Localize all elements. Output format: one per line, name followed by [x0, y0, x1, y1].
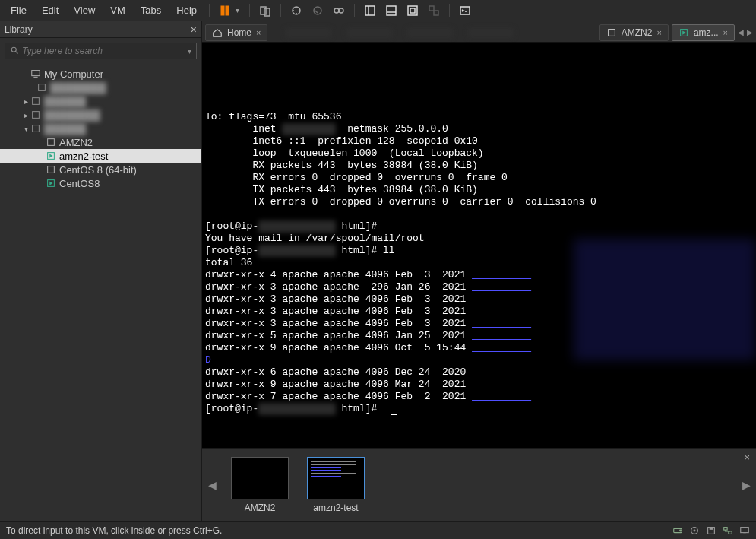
view-single-button[interactable]	[361, 2, 379, 20]
menu-vm[interactable]: VM	[103, 2, 133, 19]
tree-item-redacted-2[interactable]: ▸ ██████	[0, 94, 201, 108]
tab-close-icon[interactable]: ×	[723, 28, 728, 37]
svg-rect-28	[48, 166, 55, 173]
library-title: Library	[5, 24, 33, 35]
pause-dropdown-icon[interactable]: ▾	[236, 6, 242, 14]
tab-label: Home	[227, 27, 251, 38]
vm-on-icon	[46, 178, 56, 189]
menu-edit[interactable]: Edit	[34, 2, 66, 19]
manage-snapshot-button[interactable]	[330, 2, 348, 20]
expand-icon[interactable]: ▸	[21, 97, 30, 106]
svg-rect-13	[410, 8, 415, 13]
tab-redacted	[286, 28, 331, 37]
unity-button[interactable]	[425, 2, 443, 20]
hdd-icon[interactable]	[672, 525, 683, 536]
search-input[interactable]	[22, 46, 188, 56]
menu-view[interactable]: View	[66, 2, 103, 19]
svg-rect-14	[429, 6, 434, 11]
devices-button[interactable]	[256, 2, 274, 20]
library-tree: My Computer ████████ ▸ ██████ ▸	[0, 64, 201, 521]
tree-item-centos8[interactable]: CentOS8	[0, 176, 201, 190]
svg-point-6	[334, 8, 339, 13]
tab-label: AMZN2	[622, 27, 653, 38]
search-dropdown-icon[interactable]: ▾	[188, 47, 191, 55]
svg-rect-1	[226, 6, 229, 15]
svg-point-37	[694, 530, 695, 531]
tree-item-amzn2[interactable]: AMZN2	[0, 135, 201, 149]
tree-root-my-computer[interactable]: My Computer	[0, 67, 201, 81]
vm-off-icon	[46, 137, 56, 147]
menu-help[interactable]: Help	[169, 2, 204, 19]
redacted-overlay	[574, 239, 756, 360]
tab-close-icon[interactable]: ×	[256, 28, 261, 37]
tree-item-label: CentOS 8 (64-bit)	[59, 164, 137, 176]
tab-scroll-right-icon[interactable]: ▶	[747, 28, 753, 36]
library-header: Library ×	[0, 21, 201, 38]
svg-rect-19	[32, 71, 40, 76]
svg-rect-10	[387, 6, 396, 15]
tree-item-label: AMZN2	[59, 137, 93, 148]
pause-button[interactable]	[216, 2, 234, 20]
svg-rect-39	[710, 527, 713, 529]
tab-home[interactable]: Home ×	[205, 24, 267, 41]
tree-item-label: CentOS8	[59, 178, 100, 189]
tree-item-redacted-3[interactable]: ▸ ████████	[0, 108, 201, 122]
tree-item-redacted-1[interactable]: ████████	[0, 81, 201, 94]
tab-amzn2[interactable]: AMZN2 ×	[599, 24, 669, 41]
content-area: Home × AMZN2 × amz... ×	[202, 21, 756, 521]
revert-snapshot-button[interactable]	[308, 2, 327, 20]
menubar: File Edit View VM Tabs Help ▾	[0, 0, 756, 21]
svg-point-35	[680, 530, 682, 531]
snapshot-button[interactable]	[287, 2, 305, 20]
library-search[interactable]: ▾	[5, 43, 197, 59]
tab-amzn2-test[interactable]: amz... ×	[672, 24, 735, 41]
status-device-icons	[672, 525, 750, 536]
svg-rect-0	[221, 6, 224, 15]
fullscreen-button[interactable]	[403, 2, 422, 20]
svg-rect-40	[724, 527, 727, 530]
library-close-icon[interactable]: ×	[191, 24, 197, 36]
view-split-button[interactable]	[382, 2, 400, 20]
svg-rect-23	[33, 112, 40, 119]
thumb-amzn2-test[interactable]: amzn2-test	[304, 457, 368, 513]
thumbnail-close-icon[interactable]: ×	[744, 452, 750, 463]
expand-icon[interactable]: ▸	[21, 111, 30, 119]
tree-item-amzn2-test[interactable]: amzn2-test	[0, 149, 201, 163]
floppy-icon[interactable]	[706, 525, 716, 536]
tab-redacted	[407, 28, 453, 37]
vm-off-icon	[30, 109, 41, 120]
tab-close-icon[interactable]: ×	[656, 28, 661, 37]
svg-point-5	[314, 7, 321, 14]
display-icon[interactable]	[739, 525, 750, 536]
thumb-scroll-right-icon[interactable]: ▶	[742, 479, 750, 491]
vm-off-icon	[30, 96, 41, 106]
svg-rect-31	[608, 29, 615, 36]
svg-rect-8	[365, 6, 375, 15]
thumbnail-strip: × ◀ AMZN2 amzn2-test ▶	[202, 448, 756, 521]
tab-scroll-left-icon[interactable]: ◀	[738, 28, 744, 36]
vm-on-icon	[46, 151, 56, 161]
svg-point-7	[339, 8, 343, 13]
network-icon[interactable]	[723, 525, 733, 536]
thumb-label: AMZN2	[245, 503, 276, 513]
vm-off-icon	[606, 27, 617, 38]
tree-item-centos8-64[interactable]: CentOS 8 (64-bit)	[0, 163, 201, 176]
svg-rect-16	[460, 7, 470, 14]
svg-rect-21	[39, 84, 46, 91]
thumb-scroll-left-icon[interactable]: ◀	[208, 479, 216, 491]
console-button[interactable]	[456, 2, 474, 20]
svg-rect-22	[33, 98, 40, 105]
menu-tabs[interactable]: Tabs	[133, 2, 169, 19]
menu-file[interactable]: File	[3, 2, 34, 19]
tab-redacted	[346, 28, 392, 37]
thumb-preview	[307, 457, 365, 499]
svg-point-17	[11, 47, 16, 52]
vm-console-terminal[interactable]: lo: flags=73 mtu 65536 inet 127.0.0.1 ne…	[202, 43, 756, 448]
thumb-label: amzn2-test	[313, 503, 358, 513]
collapse-icon[interactable]: ▾	[21, 125, 30, 133]
status-hint: To direct input to this VM, click inside…	[6, 525, 222, 536]
cd-icon[interactable]	[689, 525, 700, 536]
tree-item-redacted-4[interactable]: ▾ ██████	[0, 122, 201, 135]
thumb-amzn2[interactable]: AMZN2	[228, 457, 292, 513]
vm-off-icon	[30, 123, 41, 134]
